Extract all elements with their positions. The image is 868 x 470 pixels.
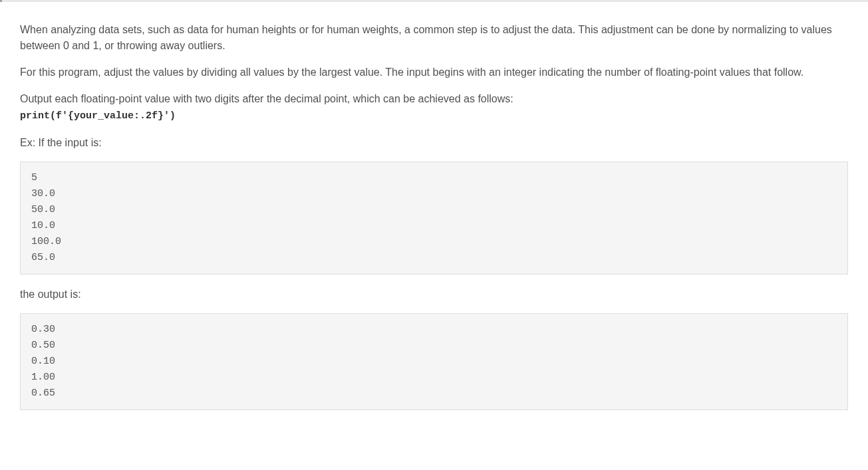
- example-input-block: 5 30.0 50.0 10.0 100.0 65.0: [20, 162, 848, 275]
- paragraph-instructions: For this program, adjust the values by d…: [20, 64, 848, 80]
- output-format-text: Output each floating-point value with tw…: [20, 93, 513, 104]
- code-print-format: print(f'{your_value:.2f}'): [20, 110, 176, 122]
- paragraph-example-output-label: the output is:: [20, 287, 848, 302]
- paragraph-output-format: Output each floating-point value with tw…: [20, 91, 848, 124]
- example-output-block: 0.30 0.50 0.10 1.00 0.65: [20, 313, 848, 410]
- top-divider: [0, 0, 868, 2]
- paragraph-example-input-label: Ex: If the input is:: [20, 135, 848, 151]
- paragraph-intro: When analyzing data sets, such as data f…: [20, 22, 848, 54]
